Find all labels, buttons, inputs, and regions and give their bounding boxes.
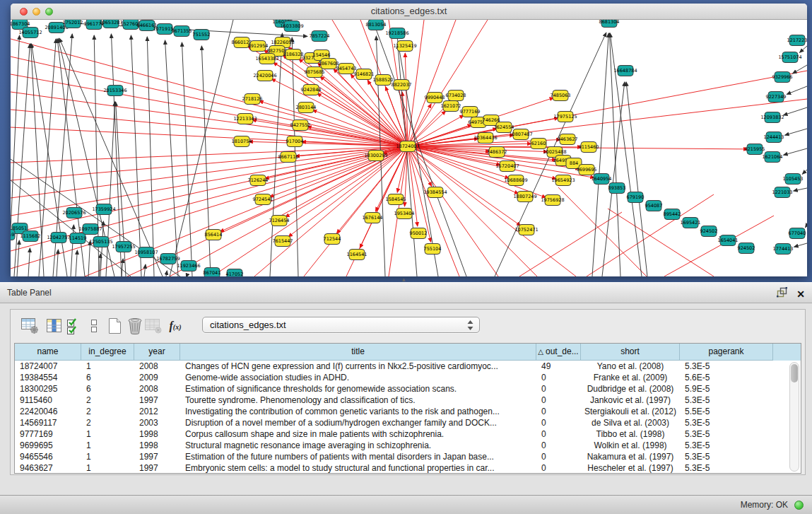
network-node[interactable]: 11325419 [393, 41, 416, 52]
table-row[interactable]: 1456911722003Disruption of a novel membe… [15, 417, 801, 428]
network-node[interactable]: 7485063 [551, 90, 571, 101]
network-node[interactable]: 1676144 [363, 213, 383, 223]
table-row[interactable]: 969969511998Structural magnetic resonanc… [15, 440, 801, 451]
scrollbar-thumb[interactable] [791, 364, 798, 382]
network-node[interactable]: 9115460 [579, 142, 599, 153]
network-node[interactable]: 924502 [700, 226, 718, 237]
column-header-outde[interactable]: △out_de... [536, 344, 581, 361]
network-node[interactable]: 7615447 [273, 236, 293, 247]
network-node[interactable]: 1621064 [763, 152, 783, 163]
network-node[interactable]: 867041 [204, 268, 221, 277]
network-node[interactable]: 9146821 [354, 69, 375, 80]
table-row[interactable]: 946362711997Embryonic stem cells: a mode… [15, 462, 801, 474]
network-node[interactable]: 19756928 [541, 195, 564, 206]
network-node[interactable]: 9329966 [772, 72, 793, 83]
network-node[interactable]: 1640954 [592, 174, 612, 185]
network-node[interactable]: 62160 [531, 139, 546, 149]
network-node[interactable]: 8427552 [290, 120, 311, 131]
table-scrollbar[interactable] [789, 362, 799, 472]
network-node[interactable]: 950012 [410, 228, 428, 239]
network-node[interactable]: 9671355 [172, 26, 192, 37]
network-node[interactable]: 679190 [627, 192, 645, 203]
network-node[interactable]: 1695421 [681, 218, 701, 228]
network-node[interactable]: 8813054 [366, 20, 387, 30]
network-node[interactable]: 9990448 [425, 93, 445, 103]
network-node[interactable]: 8215955 [745, 144, 765, 155]
network-node[interactable]: 10807487 [509, 129, 532, 140]
splitter-handle[interactable]: ▴ [402, 276, 406, 282]
network-node[interactable]: 7126244 [248, 175, 269, 186]
network-node[interactable]: 9227349 [766, 92, 787, 103]
network-node[interactable]: 1221033 [772, 187, 793, 198]
column-header-name[interactable]: name [15, 344, 81, 361]
network-node[interactable]: 893853 [608, 183, 626, 194]
network-node[interactable]: 39159 [11, 230, 15, 240]
network-node[interactable]: 9242844 [301, 85, 322, 95]
table-selector[interactable]: citations_edges.txt [202, 317, 480, 333]
network-node[interactable]: 11923466 [177, 261, 200, 271]
create-column-icon[interactable] [105, 316, 124, 335]
network-node[interactable]: 1810754 [232, 136, 252, 147]
network-node[interactable]: 9699695 [577, 165, 597, 175]
network-node[interactable]: 8667110 [278, 152, 299, 163]
network-node[interactable]: 8186328 [283, 49, 304, 60]
network-node[interactable]: 917004 [286, 136, 304, 147]
network-node[interactable]: 1953404 [394, 209, 415, 219]
minimize-button[interactable] [33, 8, 40, 16]
network-node[interactable]: 954087 [645, 201, 663, 211]
network-node[interactable]: 7857224 [310, 31, 330, 42]
network-view[interactable]: 1867304140557122089140617520121961774106… [11, 20, 807, 276]
table-row[interactable]: 1938455462009Genome-wide association stu… [15, 372, 801, 383]
network-node[interactable]: 10688609 [504, 175, 527, 186]
network-node[interactable]: 9724541 [253, 194, 273, 205]
column-visibility-icon[interactable] [44, 316, 64, 335]
column-header-title[interactable]: title [180, 344, 536, 361]
network-node[interactable]: 1654041 [718, 235, 739, 246]
network-node[interactable]: 1115682 [20, 231, 41, 242]
network-node[interactable]: 1588520 [373, 75, 394, 86]
network-node[interactable]: 417052 [226, 269, 244, 277]
network-node[interactable]: 1164541 [347, 250, 367, 260]
network-node[interactable]: 1105453 [783, 174, 804, 185]
table-row[interactable]: 1830029562008Estimation of significance … [15, 383, 801, 395]
network-node[interactable]: 751552 [193, 30, 211, 40]
network-node[interactable]: 20153346 [103, 86, 126, 96]
network-node[interactable]: 924502 [738, 243, 755, 254]
selection-mode-icon[interactable] [64, 316, 83, 335]
network-node[interactable]: 114519 [69, 233, 87, 244]
network-node[interactable]: 712544 [324, 234, 341, 245]
network-node[interactable]: 8822037 [392, 80, 412, 90]
column-header-year[interactable]: year [134, 344, 180, 361]
network-node[interactable]: 17975125 [553, 112, 577, 122]
network-node[interactable]: 12042757 [47, 233, 70, 243]
network-node[interactable]: 7126454 [269, 216, 290, 226]
network-node[interactable]: 1217223 [787, 35, 807, 46]
table-row[interactable]: 2242004622012Investigating the contribut… [15, 406, 801, 417]
network-node[interactable]: 1752012 [63, 20, 83, 28]
network-node[interactable]: 1774413 [773, 244, 794, 255]
network-node[interactable]: 856414 [205, 230, 223, 240]
close-panel-icon[interactable]: ✕ [796, 288, 805, 300]
table-row[interactable]: 977716911998Corpus callosum shape and si… [15, 428, 801, 440]
delete-column-icon[interactable] [125, 316, 145, 335]
network-node[interactable]: 19654923 [551, 175, 575, 186]
column-header-indegree[interactable]: in_degree [81, 344, 134, 361]
network-node[interactable]: 19218586 [385, 28, 408, 39]
close-button[interactable] [20, 8, 28, 16]
network-node[interactable]: 20364436 [473, 133, 497, 144]
network-node[interactable]: 16648784 [613, 66, 637, 76]
column-header-pagerank[interactable]: pagerank [680, 344, 773, 361]
network-node[interactable]: 9463627 [558, 134, 578, 145]
network-node[interactable]: 2718126 [242, 94, 263, 105]
network-node[interactable]: 7486372 [487, 147, 507, 158]
network-node[interactable]: 755104 [424, 244, 442, 255]
network-node[interactable]: 10752471 [514, 225, 538, 235]
network-node[interactable]: 1584545 [386, 194, 406, 205]
network-node[interactable]: 1244413 [764, 132, 784, 143]
table-options-icon[interactable] [20, 316, 40, 335]
network-node[interactable]: 12093832 [760, 112, 784, 123]
table-row[interactable]: 911546021997Tourette syndrome. Phenomeno… [15, 395, 801, 406]
network-node[interactable]: 895442 [664, 209, 681, 220]
float-window-icon[interactable] [776, 286, 788, 301]
network-node[interactable]: 677040 [789, 228, 806, 239]
